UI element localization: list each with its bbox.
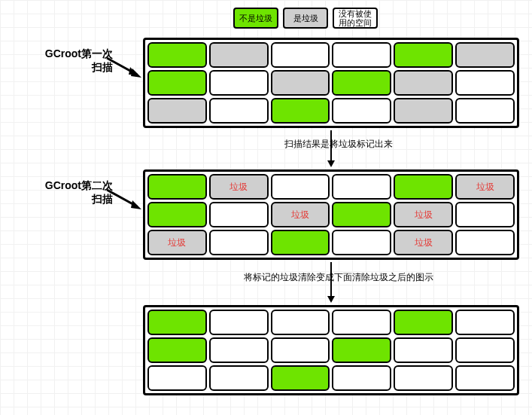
legend-unused-space: 没有被使用的空间: [333, 8, 378, 29]
grid-cell: [209, 230, 269, 255]
grid-cell: [271, 337, 330, 363]
grid-row: [147, 337, 515, 363]
arrow-scan1: [105, 56, 147, 83]
grid-cell: [147, 42, 207, 68]
label-scan2: GCroot第二次 扫描: [8, 179, 113, 206]
grid-cell: [394, 98, 453, 124]
note-after-scan1: 扫描结果是将垃圾标记出来: [226, 138, 451, 151]
grid-cell: [271, 174, 330, 200]
label-scan1: GCroot第一次 扫描: [8, 47, 113, 74]
grid-cell-garbage-marked: 垃圾: [271, 202, 330, 227]
grid-cell: [147, 310, 207, 335]
grid-cell: [332, 310, 391, 335]
grid-cell: [147, 337, 207, 363]
grid-cell: [332, 337, 391, 363]
grid-cell-garbage-marked: 垃圾: [394, 202, 453, 227]
grid-cell: [455, 70, 515, 96]
grid-cell: [455, 310, 515, 335]
grid-cell: [394, 42, 453, 68]
grid-cell: [147, 174, 207, 200]
grid-cell: [209, 365, 269, 391]
grid-cell: [332, 174, 391, 200]
grid-cell: [332, 98, 391, 124]
legend-not-garbage: 不是垃圾: [233, 8, 278, 29]
grid-cell: [455, 98, 515, 124]
grid-cell: [271, 98, 330, 124]
svg-marker-4: [131, 200, 141, 209]
grid-cell-garbage-marked: 垃圾: [455, 174, 515, 200]
grid-row: [147, 70, 515, 96]
grid-cell: [147, 98, 207, 124]
grid-cell: [209, 310, 269, 335]
grid-cell-garbage-marked: 垃圾: [209, 174, 269, 200]
grid-cell: [332, 365, 391, 391]
grid-cell: [209, 337, 269, 363]
memory-grid-3: [143, 305, 519, 395]
grid-cell: [455, 202, 515, 227]
grid-cell: [455, 365, 515, 391]
grid-cell: [394, 70, 453, 96]
grid-cell: [394, 310, 453, 335]
grid-cell: [394, 365, 453, 391]
memory-grid-1: [143, 38, 519, 128]
grid-cell: [455, 230, 515, 255]
grid-cell: [455, 42, 515, 68]
note-after-scan2: 将标记的垃圾清除变成下面清除垃圾之后的图示: [226, 271, 451, 284]
label-scan2-line1: GCroot第二次: [45, 179, 113, 191]
grid-cell: [271, 42, 330, 68]
grid-cell-garbage-marked: 垃圾: [147, 230, 207, 255]
grid-row: 垃圾垃圾: [147, 230, 515, 255]
grid-cell: [271, 310, 330, 335]
grid-cell: [332, 42, 391, 68]
grid-cell: [332, 202, 391, 227]
grid-row: [147, 365, 515, 391]
grid-cell: [209, 202, 269, 227]
grid-cell: [209, 98, 269, 124]
grid-cell: [147, 202, 207, 227]
grid-cell: [271, 365, 330, 391]
grid-cell: [209, 70, 269, 96]
legend-is-garbage: 是垃圾: [283, 8, 328, 29]
svg-marker-2: [131, 69, 141, 78]
grid-row: [147, 98, 515, 124]
memory-grid-2: 垃圾垃圾垃圾垃圾垃圾垃圾: [143, 169, 519, 260]
grid-cell: [332, 230, 391, 255]
grid-cell: [271, 70, 330, 96]
grid-cell: [209, 42, 269, 68]
grid-row: 垃圾垃圾: [147, 174, 515, 200]
grid-row: [147, 310, 515, 335]
grid-row: [147, 42, 515, 68]
grid-cell: [147, 365, 207, 391]
grid-cell: [147, 70, 207, 96]
grid-cell: [271, 230, 330, 255]
arrow-scan2: [105, 188, 147, 215]
legend: 不是垃圾 是垃圾 没有被使用的空间: [233, 8, 378, 29]
grid-row: 垃圾垃圾: [147, 202, 515, 227]
grid-cell: [455, 337, 515, 363]
label-scan1-line1: GCroot第一次: [45, 47, 113, 60]
grid-cell: [394, 337, 453, 363]
grid-cell-garbage-marked: 垃圾: [394, 230, 453, 255]
grid-cell: [394, 174, 453, 200]
grid-cell: [332, 70, 391, 96]
